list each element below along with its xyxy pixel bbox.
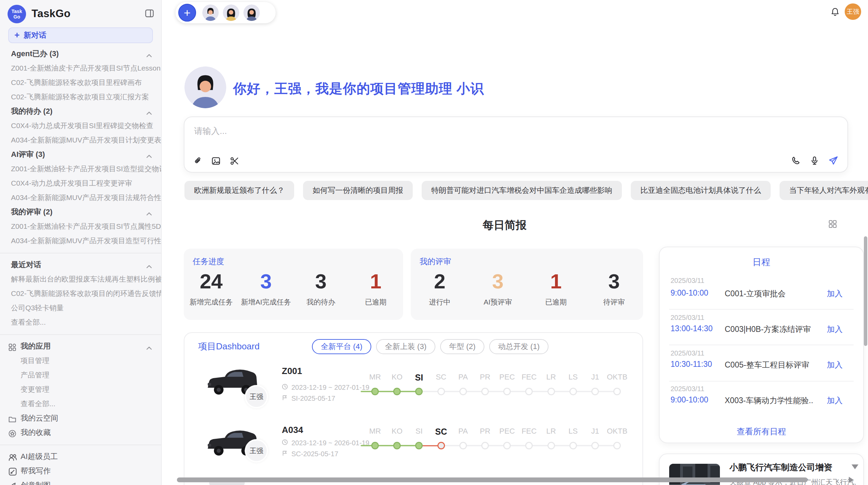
suggestion-chip[interactable]: 欧洲新规最近颁布了什么？ <box>184 181 294 200</box>
schedule-join-link[interactable]: 加入 <box>827 288 843 299</box>
bell-icon[interactable] <box>830 7 840 16</box>
schedule-item-date: 2025/03/11 <box>671 385 704 393</box>
chat-input[interactable]: 请输入... <box>184 116 848 173</box>
section-label: 我的应用 <box>21 342 51 350</box>
project-owner-badge: 王强 <box>245 439 268 462</box>
sidebar-task-item[interactable]: A034-全新新能源MUV产品开发项目法规符合性评审 <box>0 190 161 205</box>
contact-avatar[interactable] <box>222 4 240 22</box>
sidebar-app-item[interactable]: 查看全部... <box>0 397 161 411</box>
sidebar-task-item[interactable]: A034-全新新能源MUV产品开发项目计划变更表编写 <box>0 133 161 147</box>
stat: 3AI预评审 <box>469 269 527 307</box>
milestone-dot <box>393 388 401 395</box>
chevron-up-icon[interactable] <box>145 208 153 219</box>
dashboard-filter-pill[interactable]: 全新上装 (3) <box>376 339 435 354</box>
sidebar-section-header[interactable]: AI评审 (3) <box>0 147 161 162</box>
send-icon[interactable] <box>828 156 839 166</box>
milestone-dot <box>569 388 577 395</box>
sidebar-app-item[interactable]: 变更管理 <box>0 382 161 397</box>
sidebar-tool-draw[interactable]: 创意制图 <box>0 478 161 485</box>
write-icon <box>8 467 17 478</box>
schedule-join-link[interactable]: 加入 <box>827 395 843 406</box>
image-icon[interactable] <box>211 156 221 166</box>
milestone-dot <box>437 442 445 449</box>
horizontal-scrollbar[interactable] <box>177 477 808 482</box>
panel-toggle-icon[interactable] <box>145 8 154 18</box>
new-chat-button[interactable]: + 新对话 <box>8 27 153 43</box>
dashboard-filter-pill[interactable]: 全新平台 (4) <box>312 339 371 354</box>
milestone-dot <box>591 388 599 395</box>
chevron-up-icon[interactable] <box>145 108 153 119</box>
chevron-up-icon[interactable] <box>145 151 153 162</box>
sidebar-tool-ai-employee[interactable]: AI超级员工 <box>0 449 161 464</box>
apps-grid-icon <box>8 342 16 353</box>
chevron-up-icon[interactable] <box>145 261 153 272</box>
scroll-right-arrow[interactable] <box>849 477 854 483</box>
stat-label: 已逾期 <box>527 297 585 307</box>
suggestion-chip[interactable]: 比亚迪全固态电池计划具体说了什么 <box>631 181 771 200</box>
paperclip-icon[interactable] <box>193 157 202 165</box>
user-avatar[interactable]: 王强 <box>845 3 861 20</box>
milestone-dot <box>503 442 511 449</box>
flag-text: SC-2025-05-17 <box>291 450 338 458</box>
suggestion-chip[interactable]: 特朗普可能对进口汽车增税会对中国车企造成哪些影响 <box>422 181 622 200</box>
sidebar-task-item[interactable]: C0X4-动力总成开发项目工程变更评审 <box>0 176 161 190</box>
suggestion-chip[interactable]: 当下年轻人对汽车外观有怎样的喜好趋势 <box>780 181 868 200</box>
milestone-dot <box>415 442 423 449</box>
briefing-title: 每日简报 <box>162 218 847 233</box>
sidebar-section-header[interactable]: 我的待办 (2) <box>0 104 161 119</box>
schedule-item-title: C001-立项审批会 <box>725 288 786 299</box>
schedule-join-link[interactable]: 加入 <box>827 360 843 370</box>
dashboard-filter-pill[interactable]: 动总开发 (1) <box>489 339 548 354</box>
schedule-join-link[interactable]: 加入 <box>827 324 843 335</box>
grid-icon[interactable] <box>828 219 837 231</box>
dashboard-filter-pill[interactable]: 年型 (2) <box>440 339 484 354</box>
sidebar-tool-write[interactable]: 帮我写作 <box>0 464 161 478</box>
sidebar-recent-header[interactable]: 最近对话 <box>0 258 161 272</box>
milestone-dot <box>591 442 599 449</box>
app-logo: Task Go <box>8 5 26 23</box>
sidebar-recent-item[interactable]: 查看全部... <box>0 315 161 329</box>
phone-icon[interactable] <box>791 156 801 165</box>
sidebar-task-item[interactable]: Z001-全新燃油轻卡产品开发项目SI造型提交物评审 <box>0 162 161 176</box>
mic-icon[interactable] <box>810 156 819 165</box>
add-contact-button[interactable]: + <box>178 4 196 22</box>
section-label: 我的评审 (2) <box>11 208 52 216</box>
stat: 1已逾期 <box>348 269 403 307</box>
sidebar-task-item[interactable]: C0X4-动力总成开发项目SI里程碑提交物检查 <box>0 119 161 133</box>
logo-line2: Go <box>13 14 20 20</box>
chevron-up-icon[interactable] <box>145 50 153 61</box>
sidebar-task-item[interactable]: Z001-全新燃油轻卡产品开发项目SI节点属性5D文件评审 <box>0 219 161 234</box>
app-root: Task Go TaskGo + 新对话 Agent已办 (3)Z001-全新燃… <box>0 0 868 485</box>
sidebar-recent-item[interactable]: 解释最新出台的欧盟报废车法规再生塑料比例被调至15%... <box>0 272 161 286</box>
sidebar-task-item[interactable]: C02-飞腾新能源轻客改款项目立项汇报方案 <box>0 90 161 104</box>
sidebar-item-cloud[interactable]: 我的云空间 <box>0 411 161 425</box>
suggestion-chip[interactable]: 如何写一份清晰的项目周报 <box>303 181 413 200</box>
sidebar-item-favorites[interactable]: 我的收藏 <box>0 425 161 440</box>
contact-avatar[interactable] <box>202 4 219 22</box>
sidebar-app-item[interactable]: 项目管理 <box>0 353 161 368</box>
sidebar-recent-item[interactable]: C02-飞腾新能源轻客改款项目的闭环通告反馈情况 <box>0 286 161 301</box>
schedule-view-all-link[interactable]: 查看所有日程 <box>660 426 863 437</box>
sidebar-section-header[interactable]: 我的评审 (2) <box>0 205 161 219</box>
sidebar-app-item[interactable]: 产品管理 <box>0 368 161 382</box>
chevron-up-icon[interactable] <box>145 343 153 353</box>
section-label: Agent已办 (3) <box>11 49 59 58</box>
scroll-down-arrow[interactable] <box>852 464 858 469</box>
vertical-scrollbar[interactable] <box>864 236 867 346</box>
flag-icon <box>282 450 288 458</box>
project-owner-badge: 王强 <box>245 385 268 408</box>
milestone-dot <box>481 442 489 449</box>
sidebar-task-item[interactable]: C02-飞腾新能源轻客改款项目里程碑画布 <box>0 75 161 90</box>
scissors-icon[interactable] <box>230 156 239 166</box>
stat: 1已逾期 <box>527 269 585 307</box>
milestone-dot <box>437 388 445 395</box>
sidebar-task-item[interactable]: Z001-全新燃油皮卡产品开发项目SI节点Lesson Learn报告 <box>0 61 161 75</box>
contact-avatar[interactable] <box>243 4 261 22</box>
sidebar-task-item[interactable]: A034-全新新能源MUV产品开发项目造型可行性评审 <box>0 234 161 248</box>
date-range-text: 2023-12-19 ~ 2026-01-19 <box>291 439 369 447</box>
sidebar-recent-item[interactable]: 公司Q3轻卡销量 <box>0 301 161 315</box>
stat: 3我的待办 <box>293 269 348 307</box>
divider <box>0 334 161 335</box>
sidebar-section-header[interactable]: Agent已办 (3) <box>0 47 161 61</box>
sidebar-apps-header[interactable]: 我的应用 <box>0 339 161 353</box>
